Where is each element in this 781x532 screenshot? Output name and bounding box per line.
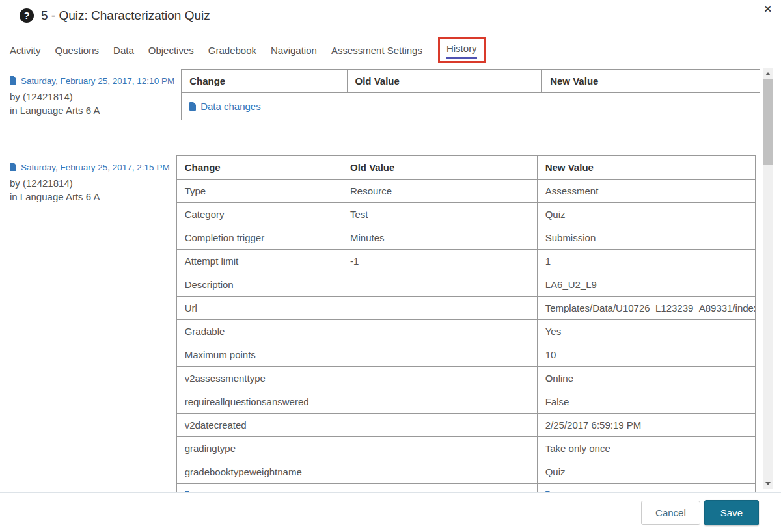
table-cell: Minutes (342, 226, 538, 250)
table-cell: 1 (537, 250, 755, 273)
entry-date-link[interactable]: Saturday, February 25, 2017, 2:15 PM (10, 161, 170, 174)
column-header: Old Value (347, 70, 542, 93)
tab-label: Activity (10, 45, 41, 56)
table-row: CategoryTestQuiz (176, 203, 755, 226)
table-cell: LA6_U2_L9 (537, 273, 755, 297)
table-cell: View (537, 484, 755, 493)
table-cell: Category (176, 203, 342, 226)
entry-author: by (12421814) (10, 176, 170, 190)
table-cell (342, 437, 538, 460)
table-cell: Submission (537, 226, 755, 250)
table-row: Completion triggerMinutesSubmission (176, 226, 755, 250)
table-row: gradebooktypeweightnameQuiz (176, 460, 755, 484)
tab-label: Objectives (148, 45, 194, 56)
tab-label: Gradebook (208, 45, 256, 56)
table-cell: Test (342, 203, 538, 226)
arrow-down-icon (765, 482, 771, 485)
entry-course: in Language Arts 6 A (10, 103, 174, 117)
table-cell: Url (176, 297, 342, 320)
history-entry-2: Saturday, February 25, 2017, 2:15 PM by … (0, 155, 781, 492)
tab-assessment-settings[interactable]: Assessment Settings (331, 45, 422, 56)
tab-label: Assessment Settings (331, 45, 422, 56)
table-cell: v2assessmenttype (176, 367, 342, 390)
tab-data[interactable]: Data (113, 45, 134, 56)
table-cell: Yes (537, 320, 755, 343)
table-cell: Quiz (537, 460, 755, 484)
tab-label: History (446, 43, 477, 59)
table-cell: Questions (176, 484, 342, 493)
entry-meta: Saturday, February 25, 2017, 12:10 PM by… (0, 69, 181, 117)
tab-objectives[interactable]: Objectives (148, 45, 194, 56)
cancel-button[interactable]: Cancel (641, 501, 700, 525)
entry-date-text: Saturday, February 25, 2017, 12:10 PM (21, 76, 174, 86)
tab-label: Navigation (271, 45, 317, 56)
tab-navigation[interactable]: Navigation (271, 45, 317, 56)
column-header: Change (176, 156, 342, 180)
table-cell (342, 390, 538, 414)
vertical-scrollbar[interactable] (763, 68, 773, 489)
table-cell: Assessment (537, 180, 755, 203)
column-header: Old Value (342, 156, 538, 180)
tab-gradebook[interactable]: Gradebook (208, 45, 256, 56)
table-cell (342, 460, 538, 484)
arrow-up-icon (765, 72, 771, 75)
entry-date-link[interactable]: Saturday, February 25, 2017, 12:10 PM (10, 74, 174, 88)
scroll-down-button[interactable] (763, 478, 773, 489)
file-icon (10, 76, 16, 85)
table-cell (342, 273, 538, 297)
entry-author: by (12421814) (10, 90, 174, 103)
help-icon[interactable]: ? (20, 8, 34, 23)
table-cell (342, 343, 538, 367)
column-header: New Value (542, 70, 760, 93)
file-icon (189, 102, 196, 111)
table-cell: False (537, 390, 755, 414)
close-icon[interactable]: ✕ (763, 3, 772, 15)
table-cell: Templates/Data/U10726_L123239_A89331/ind… (537, 297, 755, 320)
table-cell (342, 414, 538, 437)
table-row: gradingtypeTake only once (176, 437, 755, 460)
table-cell: v2datecreated (176, 414, 342, 437)
changes-table-container: ChangeOld ValueNew ValueTypeResourceAsse… (176, 155, 756, 492)
data-changes-link[interactable]: Data changes (189, 101, 261, 112)
table-cell: Resource (342, 180, 538, 203)
table-cell: Description (176, 273, 342, 297)
table-cell: Type (176, 180, 342, 203)
link-label: Data changes (200, 101, 261, 112)
table-cell: gradingtype (176, 437, 342, 460)
history-content: Saturday, February 25, 2017, 12:10 PM by… (0, 69, 781, 492)
table-cell: Data changes (182, 93, 760, 120)
table-row: GradableYes (176, 320, 755, 343)
history-entry-1: Saturday, February 25, 2017, 12:10 PM by… (0, 69, 781, 120)
table-row: DescriptionLA6_U2_L9 (176, 273, 755, 297)
dialog-footer: Cancel Save (0, 492, 781, 532)
table-cell (342, 320, 538, 343)
table-link-row: QuestionsView (176, 484, 755, 493)
table-row: v2datecreated2/25/2017 6:59:19 PM (176, 414, 755, 437)
table-cell: 2/25/2017 6:59:19 PM (537, 414, 755, 437)
table-cell: 10 (537, 343, 755, 367)
table-row: TypeResourceAssessment (176, 180, 755, 203)
table-cell: gradebooktypeweightname (176, 460, 342, 484)
table-cell: requireallquestionsanswered (176, 390, 342, 414)
entry-course: in Language Arts 6 A (10, 190, 170, 204)
tab-label: Questions (55, 45, 100, 56)
save-button[interactable]: Save (704, 500, 759, 525)
table-header-row: ChangeOld ValueNew Value (182, 70, 760, 93)
entry-meta: Saturday, February 25, 2017, 2:15 PM by … (0, 155, 176, 204)
tab-label: Data (113, 45, 134, 56)
scroll-up-button[interactable] (763, 68, 773, 79)
tab-history[interactable]: History (438, 37, 486, 63)
scrollbar-thumb[interactable] (763, 79, 773, 165)
table-row: Data changes (182, 93, 760, 120)
tab-questions[interactable]: Questions (55, 45, 100, 56)
table-cell: Quiz (537, 203, 755, 226)
table-row: UrlTemplates/Data/U10726_L123239_A89331/… (176, 297, 755, 320)
table-row: Maximum points10 (176, 343, 755, 367)
tab-activity[interactable]: Activity (10, 45, 41, 56)
table-cell (342, 367, 538, 390)
changes-table: ChangeOld ValueNew ValueTypeResourceAsse… (176, 155, 756, 492)
entry-date-text: Saturday, February 25, 2017, 2:15 PM (21, 163, 170, 172)
table-row: requireallquestionsansweredFalse (176, 390, 755, 414)
tab-bar: ActivityQuestionsDataObjectivesGradebook… (0, 31, 781, 69)
column-header: Change (182, 70, 347, 93)
